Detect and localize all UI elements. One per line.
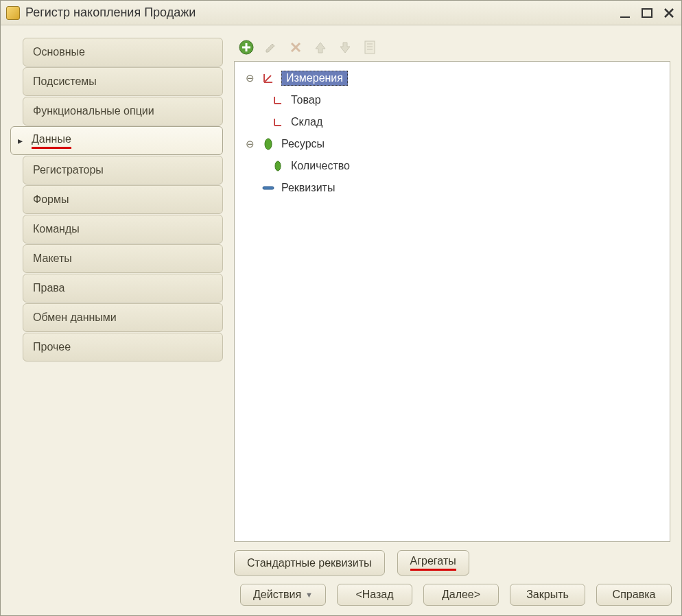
maximize-button[interactable] bbox=[640, 6, 654, 20]
svg-point-21 bbox=[275, 161, 281, 171]
sidebar-item-exchange[interactable]: Обмен данными bbox=[23, 303, 223, 332]
bottom-bar: Действия ▼ <Назад Далее> Закрыть Справка bbox=[10, 576, 672, 608]
aggregates-button[interactable]: Агрегаты bbox=[397, 550, 469, 576]
sidebar-item-layouts[interactable]: Макеты bbox=[23, 244, 223, 273]
delete-button[interactable] bbox=[287, 39, 304, 56]
close-button[interactable] bbox=[662, 6, 676, 20]
sidebar: Основные Подсистемы Функциональные опции… bbox=[10, 34, 223, 576]
tree-group-resources[interactable]: ⊖ Ресурсы bbox=[242, 133, 663, 155]
window-frame: Регистр накопления Продажи Основные Подс… bbox=[0, 0, 682, 616]
collapse-icon[interactable]: ⊖ bbox=[244, 72, 255, 84]
sidebar-item-subsystems[interactable]: Подсистемы bbox=[23, 67, 223, 96]
tree-item-dimension[interactable]: Товар bbox=[242, 89, 663, 111]
help-button[interactable]: Справка bbox=[596, 584, 672, 606]
tree-label: Количество bbox=[291, 160, 350, 172]
tree-label: Измерения bbox=[281, 71, 348, 86]
close-dialog-button[interactable]: Закрыть bbox=[510, 584, 585, 606]
body: Основные Подсистемы Функциональные опции… bbox=[1, 25, 681, 615]
tree-group-dimensions[interactable]: ⊖ Измерения bbox=[242, 67, 663, 89]
sidebar-item-other[interactable]: Прочее bbox=[23, 333, 223, 362]
dimension-item-icon bbox=[270, 115, 285, 129]
svg-line-15 bbox=[264, 75, 271, 82]
collapse-icon[interactable]: ⊖ bbox=[244, 138, 255, 150]
add-button[interactable] bbox=[238, 39, 255, 56]
sidebar-item-forms[interactable]: Формы bbox=[23, 185, 223, 214]
move-down-button[interactable] bbox=[337, 39, 353, 56]
tree-view[interactable]: ⊖ Измерения Товар bbox=[234, 61, 670, 542]
svg-rect-22 bbox=[263, 187, 274, 189]
properties-button[interactable] bbox=[362, 39, 378, 56]
content-panel: ⊖ Измерения Товар bbox=[228, 34, 672, 576]
minimize-button[interactable] bbox=[618, 6, 632, 20]
sidebar-item-commands[interactable]: Команды bbox=[23, 215, 223, 244]
tree-item-dimension[interactable]: Склад bbox=[242, 111, 663, 133]
sidebar-item-functional-options[interactable]: Функциональные опции bbox=[23, 97, 223, 126]
sidebar-item-data[interactable]: Данные bbox=[10, 126, 223, 155]
edit-button[interactable] bbox=[263, 39, 279, 56]
titlebar: Регистр накопления Продажи bbox=[1, 1, 681, 25]
app-icon bbox=[6, 6, 20, 20]
tree-label: Реквизиты bbox=[281, 182, 335, 194]
svg-rect-1 bbox=[642, 9, 652, 17]
attributes-icon bbox=[261, 181, 276, 195]
svg-rect-9 bbox=[365, 41, 375, 54]
move-up-button[interactable] bbox=[312, 39, 329, 56]
sidebar-item-rights[interactable]: Права bbox=[23, 274, 223, 303]
tree-group-attributes[interactable]: Реквизиты bbox=[242, 177, 663, 199]
sidebar-item-main[interactable]: Основные bbox=[23, 38, 223, 67]
dimensions-icon bbox=[261, 71, 276, 85]
dimension-item-icon bbox=[270, 93, 285, 107]
toolbar bbox=[234, 38, 670, 61]
chevron-down-icon: ▼ bbox=[305, 591, 313, 599]
resource-item-icon bbox=[270, 159, 285, 173]
svg-point-20 bbox=[265, 139, 272, 150]
window-title: Регистр накопления Продажи bbox=[25, 5, 613, 20]
window-controls bbox=[618, 6, 676, 20]
tree-label: Ресурсы bbox=[281, 138, 325, 150]
main-row: Основные Подсистемы Функциональные опции… bbox=[10, 34, 672, 576]
sidebar-item-registrators[interactable]: Регистраторы bbox=[23, 156, 223, 185]
tree-label: Товар bbox=[291, 94, 321, 106]
content-buttons: Стандартные реквизиты Агрегаты bbox=[234, 542, 670, 576]
standard-attributes-button[interactable]: Стандартные реквизиты bbox=[234, 550, 385, 576]
tree-item-resource[interactable]: Количество bbox=[242, 155, 663, 177]
tree-label: Склад bbox=[291, 116, 322, 128]
back-button[interactable]: <Назад bbox=[337, 584, 412, 606]
actions-dropdown[interactable]: Действия ▼ bbox=[240, 584, 326, 606]
next-button[interactable]: Далее> bbox=[423, 584, 499, 606]
resources-icon bbox=[261, 137, 276, 151]
